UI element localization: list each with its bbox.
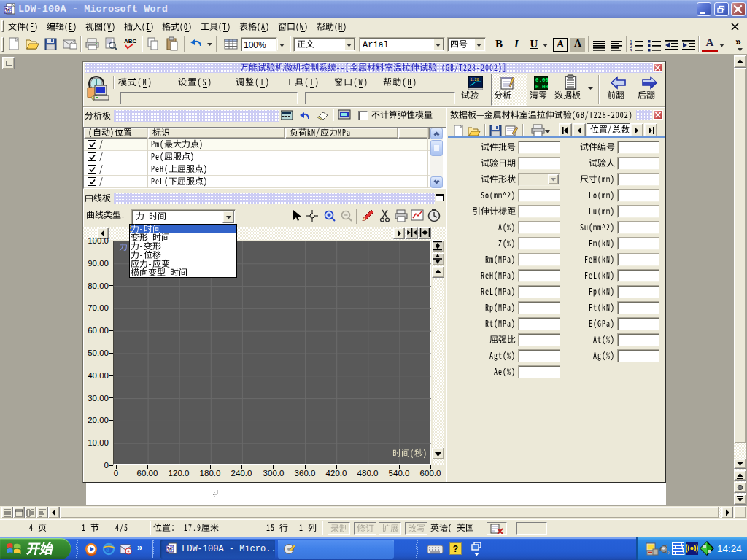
svg-text:3: 3 [630,48,632,53]
svg-text:0.00: 0.00 [535,77,548,83]
svg-text:W: W [5,7,11,14]
svg-text:0.00: 0.00 [535,84,548,90]
svg-text:W: W [167,546,173,553]
svg-text:e: e [106,545,109,553]
svg-text:ABC: ABC [124,38,137,44]
